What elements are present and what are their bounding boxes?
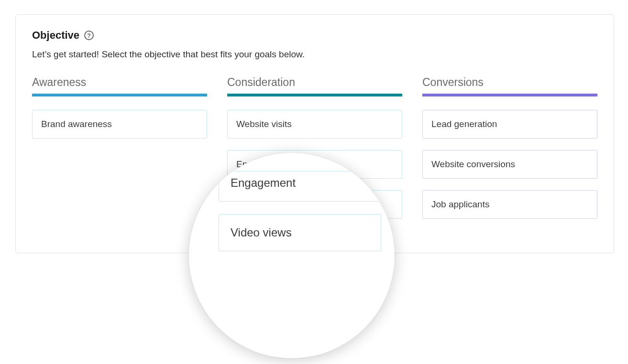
column-awareness: Awareness Brand awareness (32, 76, 207, 230)
option-video-views[interactable]: Video views (227, 190, 402, 219)
option-brand-awareness[interactable]: Brand awareness (32, 110, 207, 139)
option-website-conversions[interactable]: Website conversions (422, 150, 597, 179)
objective-panel: Objective ? Let’s get started! Select th… (15, 14, 614, 253)
objective-columns: Awareness Brand awareness Consideration … (32, 76, 597, 230)
column-divider-awareness (32, 94, 207, 96)
option-engagement[interactable]: Engagement (227, 150, 402, 179)
column-header-awareness: Awareness (32, 76, 207, 94)
column-divider-conversions (422, 94, 597, 96)
column-consideration: Consideration Website visits Engagement … (227, 76, 402, 230)
column-divider-consideration (227, 94, 402, 96)
help-icon[interactable]: ? (84, 31, 94, 40)
panel-title: Objective (32, 29, 79, 42)
column-header-conversions: Conversions (422, 76, 597, 94)
panel-subtitle: Let’s get started! Select the objective … (32, 49, 597, 60)
option-lead-generation[interactable]: Lead generation (422, 110, 597, 139)
option-job-applicants[interactable]: Job applicants (422, 190, 597, 219)
column-header-consideration: Consideration (227, 76, 402, 94)
column-conversions: Conversions Lead generation Website conv… (422, 76, 597, 230)
panel-header: Objective ? (32, 29, 597, 42)
option-website-visits[interactable]: Website visits (227, 110, 402, 139)
